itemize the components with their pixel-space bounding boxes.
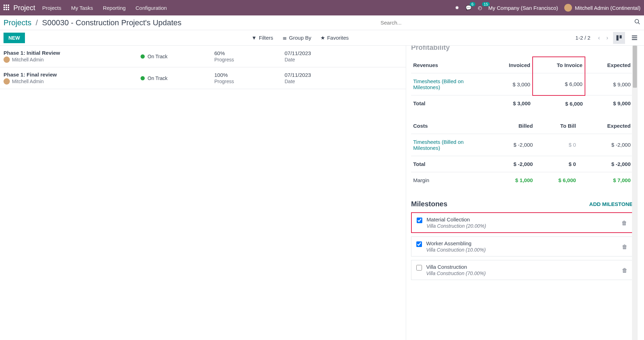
cost-total-label: Total [411, 156, 488, 172]
svg-rect-2 [617, 35, 619, 40]
col-revenues: Revenues [411, 57, 488, 73]
margin-c1: $ 1,000 [488, 172, 535, 188]
rev-row-label[interactable]: Timesheets (Billed on Milestones) [411, 73, 488, 95]
milestone-checkbox[interactable] [417, 218, 422, 223]
col-invoiced: Invoiced [488, 57, 533, 73]
layers-icon: ≣ [282, 35, 287, 41]
view-kanban-button[interactable] [613, 32, 625, 44]
scrollbar[interactable] [632, 46, 638, 340]
avatar-icon [564, 4, 572, 12]
rev-total-toinvoice: $ 6,000 [533, 95, 585, 112]
col-toinvoice: To Invoice [533, 57, 585, 73]
status-dot-icon [141, 76, 145, 80]
new-button[interactable]: NEW [4, 33, 25, 43]
rev-total-expected: $ 9,000 [585, 95, 633, 112]
milestone-name: Worker Assembling [426, 240, 618, 246]
menu-configuration[interactable]: Configuration [136, 5, 167, 11]
apps-icon[interactable] [4, 5, 10, 11]
table-row[interactable]: Timesheets (Billed on Milestones) $ 3,00… [411, 73, 633, 95]
cost-total-billed: $ -2,000 [488, 156, 535, 172]
table-row-margin: Margin $ 1,000 $ 6,000 $ 7,000 [411, 172, 633, 188]
filters-button[interactable]: ▼Filters [252, 35, 273, 41]
milestone-name: Villa Construction [426, 264, 618, 270]
milestone-checkbox[interactable] [416, 265, 422, 271]
bug-icon[interactable]: ✸ [455, 5, 459, 11]
search-icon[interactable] [634, 19, 640, 27]
col-tobill: To Bill [535, 118, 578, 134]
progress-label: Progress [214, 57, 285, 62]
margin-c2: $ 6,000 [535, 172, 578, 188]
pager-prev[interactable]: ‹ [597, 35, 601, 41]
rev-invoiced: $ 3,000 [488, 73, 533, 95]
main-content: Phase 1: Initial Review Mitchell Admin O… [0, 46, 644, 340]
main-menu: Projects My Tasks Reporting Configuratio… [42, 5, 167, 11]
col-billed: Billed [488, 118, 535, 134]
milestone-item[interactable]: Worker Assembling Villa Construction (10… [411, 236, 633, 256]
menu-mytasks[interactable]: My Tasks [71, 5, 93, 11]
date-value: 07/11/2023 [285, 72, 355, 78]
table-row[interactable]: Timesheets (Billed on Milestones) $ -2,0… [411, 134, 633, 156]
revenues-table: Revenues Invoiced To Invoice Expected Ti… [411, 56, 633, 112]
clock-badge: 15 [482, 2, 490, 6]
svg-point-0 [635, 19, 639, 23]
list-item[interactable]: Phase 1: Final review Mitchell Admin On … [0, 67, 406, 89]
pager-text: 1-2 / 2 [575, 35, 591, 41]
company-selector[interactable]: My Company (San Francisco) [488, 5, 558, 11]
breadcrumb-root[interactable]: Projects [4, 18, 31, 27]
activities-icon[interactable]: ◴15 [478, 5, 482, 11]
update-title: Phase 1: Initial Review [4, 50, 141, 56]
rev-toinvoice: $ 6,000 [533, 73, 585, 95]
update-author: Mitchell Admin [12, 57, 44, 62]
milestone-name: Material Collection [427, 216, 617, 222]
col-expected: Expected [585, 57, 633, 73]
rev-total-invoiced: $ 3,000 [488, 95, 533, 112]
milestone-sub: Villa Construction (10.00%) [426, 247, 618, 253]
add-milestone-button[interactable]: ADD MILESTONE [589, 201, 633, 207]
date-label: Date [285, 57, 355, 62]
trash-icon[interactable]: 🗑 [622, 244, 627, 250]
avatar-icon [4, 78, 10, 85]
app-brand[interactable]: Project [13, 4, 35, 12]
search-input[interactable] [378, 18, 631, 28]
milestone-item[interactable]: Villa Construction Villa Construction (7… [411, 260, 633, 280]
scrollbar-thumb[interactable] [633, 46, 637, 88]
groupby-button[interactable]: ≣Group By [282, 35, 311, 41]
col-costs: Costs [411, 118, 488, 134]
list-item[interactable]: Phase 1: Initial Review Mitchell Admin O… [0, 46, 406, 67]
updates-list: Phase 1: Initial Review Mitchell Admin O… [0, 46, 406, 340]
user-menu[interactable]: Mitchell Admin (Continental) [564, 4, 640, 12]
star-icon: ★ [320, 35, 325, 41]
svg-rect-3 [620, 35, 622, 38]
chat-badge: 6 [470, 2, 475, 6]
breadcrumb-sep: / [36, 18, 38, 27]
update-title: Phase 1: Final review [4, 72, 141, 78]
breadcrumb-bar: Projects / S00030 - Construction Project… [0, 15, 644, 30]
trash-icon[interactable]: 🗑 [622, 267, 627, 274]
profitability-title: Profitability [411, 46, 633, 52]
date-label: Date [285, 79, 355, 84]
cost-row-label[interactable]: Timesheets (Billed on Milestones) [411, 134, 488, 156]
margin-label: Margin [411, 172, 488, 188]
trash-icon[interactable]: 🗑 [622, 220, 627, 226]
progress-value: 60% [214, 50, 285, 56]
messaging-icon[interactable]: 💬6 [466, 5, 471, 11]
user-name: Mitchell Admin (Continental) [575, 5, 640, 11]
cost-billed: $ -2,000 [488, 134, 535, 156]
table-row-total: Total $ 3,000 $ 6,000 $ 9,000 [411, 95, 633, 112]
milestone-checkbox[interactable] [416, 241, 422, 247]
svg-rect-5 [632, 37, 637, 38]
cost-total-tobill: $ 0 [535, 156, 578, 172]
milestones-title: Milestones [411, 200, 447, 208]
breadcrumb: Projects / S00030 - Construction Project… [4, 18, 182, 27]
milestones-header: Milestones ADD MILESTONE [411, 200, 633, 208]
menu-projects[interactable]: Projects [42, 5, 61, 11]
rev-expected: $ 9,000 [585, 73, 633, 95]
margin-c3: $ 7,000 [578, 172, 633, 188]
cost-tobill: $ 0 [535, 134, 578, 156]
view-list-button[interactable] [629, 32, 640, 44]
milestone-item[interactable]: Material Collection Villa Construction (… [411, 212, 633, 233]
favorites-button[interactable]: ★Favorites [320, 35, 349, 41]
menu-reporting[interactable]: Reporting [103, 5, 126, 11]
pager-next[interactable]: › [605, 35, 610, 41]
milestone-sub: Villa Construction (70.00%) [426, 271, 618, 276]
